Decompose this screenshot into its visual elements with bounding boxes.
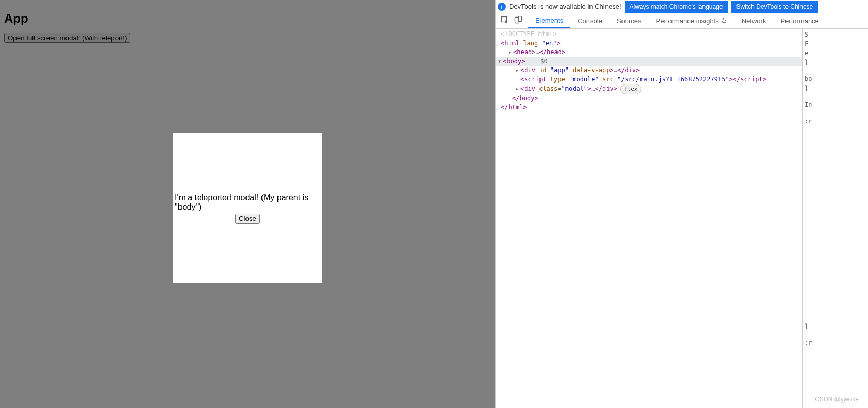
dom-modal-div[interactable]: ▸<div class="modal">…</div>flex xyxy=(501,84,802,94)
tab-elements[interactable]: Elements xyxy=(528,13,570,28)
styles-line: e xyxy=(805,48,866,58)
beaker-icon xyxy=(721,17,727,25)
styles-line: } xyxy=(805,321,866,331)
dom-head[interactable]: ▸<head>…</head> xyxy=(501,48,802,57)
tab-sources[interactable]: Sources xyxy=(610,13,649,28)
info-icon: i xyxy=(498,3,506,11)
tab-network[interactable]: Network xyxy=(734,13,774,28)
devtools-language-banner: i DevTools is now available in Chinese! … xyxy=(496,0,868,13)
page-area: App Open full screen modal! (With telepo… xyxy=(0,0,495,408)
dom-script[interactable]: <script type="module" src="/src/main.js?… xyxy=(501,75,802,84)
modal-dialog: I'm a teleported modal! (My parent is "b… xyxy=(173,133,322,283)
devtools-tabs: Elements Console Sources Performance ins… xyxy=(496,13,868,29)
dom-doctype: <!DOCTYPE html> xyxy=(501,30,556,38)
always-match-language-button[interactable]: Always match Chrome's language xyxy=(625,1,728,13)
dom-tree[interactable]: <!DOCTYPE html> <html lang="en"> ▸<head>… xyxy=(496,29,802,408)
close-modal-button[interactable]: Close xyxy=(235,214,260,224)
banner-text: DevTools is now available in Chinese! xyxy=(509,3,621,10)
tab-performance-insights[interactable]: Performance insights xyxy=(649,13,734,28)
styles-line: :r xyxy=(805,116,866,126)
devtools-panel: i DevTools is now available in Chinese! … xyxy=(495,0,868,408)
element-selector-icon[interactable] xyxy=(501,16,509,26)
styles-line: S xyxy=(805,30,866,39)
flex-badge[interactable]: flex xyxy=(620,84,642,94)
styles-line: bo xyxy=(805,74,866,83)
switch-devtools-language-button[interactable]: Switch DevTools to Chinese xyxy=(731,1,818,13)
dom-body-open[interactable]: ⋯▾<body> == $0 xyxy=(496,57,802,66)
styles-line: } xyxy=(805,83,866,93)
tab-performance[interactable]: Performance xyxy=(773,13,826,28)
dom-app-div[interactable]: ▸<div id="app" data-v-app>…</div> xyxy=(501,66,802,75)
modal-text: I'm a teleported modal! (My parent is "b… xyxy=(175,193,320,212)
styles-line: } xyxy=(805,58,866,67)
dom-body-close[interactable]: </body> xyxy=(501,94,802,104)
svg-rect-2 xyxy=(519,16,522,22)
tab-performance-insights-label: Performance insights xyxy=(656,17,719,25)
dom-html-close[interactable]: </html> xyxy=(501,103,802,112)
watermark: CSDN @yjwlike xyxy=(815,396,859,403)
styles-panel[interactable]: S F e } bo } In :r } :r xyxy=(802,29,868,408)
device-toggle-icon[interactable] xyxy=(514,16,522,26)
dom-html-open[interactable]: <html lang="en"> xyxy=(501,39,802,48)
tab-console[interactable]: Console xyxy=(570,13,610,28)
styles-line: In xyxy=(805,100,866,109)
styles-line: F xyxy=(805,39,866,48)
styles-line: :r xyxy=(805,338,866,347)
